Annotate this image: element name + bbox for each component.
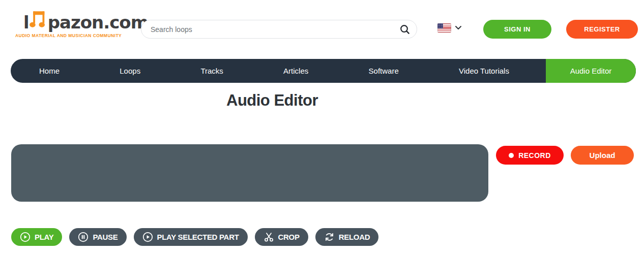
search-icon bbox=[399, 24, 411, 35]
play-selected-part-button[interactable]: PLAY SELECTED PART bbox=[134, 228, 248, 246]
logo-tagline: AUDIO MATERIAL AND MUSICIAN COMMUNITY bbox=[15, 33, 148, 38]
reload-button-label: RELOAD bbox=[339, 233, 370, 241]
play-selected-part-button-label: PLAY SELECTED PART bbox=[157, 233, 239, 241]
reload-button[interactable]: RELOAD bbox=[315, 228, 379, 246]
crop-button-label: CROP bbox=[278, 233, 300, 241]
record-dot-icon bbox=[509, 153, 514, 158]
play-circle-icon bbox=[20, 232, 31, 242]
logo-text-prefix: l bbox=[23, 14, 29, 31]
pause-button[interactable]: PAUSE bbox=[69, 228, 126, 246]
play-circle-icon bbox=[142, 232, 153, 242]
nav-item-software[interactable]: Software bbox=[369, 67, 399, 75]
waveform-area[interactable] bbox=[11, 144, 488, 202]
language-selector[interactable] bbox=[437, 23, 461, 33]
main-nav: Home Loops Tracks Articles Software Vide… bbox=[11, 59, 636, 83]
nav-links: Home Loops Tracks Articles Software Vide… bbox=[11, 59, 546, 83]
logo-text-suffix: pazon.com bbox=[48, 14, 149, 31]
nav-item-home[interactable]: Home bbox=[39, 67, 60, 75]
crop-button[interactable]: CROP bbox=[255, 228, 308, 246]
editor-controls: PLAY PAUSE PLAY SELECTED PART bbox=[11, 228, 378, 246]
scissors-icon bbox=[264, 232, 274, 242]
search-bar bbox=[141, 20, 417, 39]
play-button[interactable]: PLAY bbox=[11, 228, 62, 246]
us-flag-icon bbox=[437, 23, 451, 33]
nav-item-tracks[interactable]: Tracks bbox=[200, 67, 223, 75]
nav-item-audio-editor-active[interactable]: Audio Editor bbox=[546, 59, 636, 83]
reload-icon bbox=[324, 232, 335, 242]
music-notes-icon bbox=[30, 11, 47, 28]
pause-circle-icon bbox=[78, 232, 89, 242]
sign-in-button[interactable]: SIGN IN bbox=[483, 20, 551, 39]
nav-item-articles[interactable]: Articles bbox=[283, 67, 308, 75]
page-title: Audio Editor bbox=[11, 91, 533, 110]
logo-wordmark: l pazon.com bbox=[23, 11, 148, 31]
nav-item-loops[interactable]: Loops bbox=[120, 67, 140, 75]
record-button[interactable]: RECORD bbox=[496, 146, 564, 165]
pause-button-label: PAUSE bbox=[93, 233, 118, 241]
nav-item-video-tutorials[interactable]: Video Tutorials bbox=[459, 67, 509, 75]
play-button-label: PLAY bbox=[35, 233, 53, 241]
record-button-label: RECORD bbox=[518, 151, 551, 160]
search-submit-button[interactable] bbox=[399, 24, 411, 35]
chevron-down-icon bbox=[455, 26, 461, 30]
search-input[interactable] bbox=[151, 25, 399, 34]
site-logo[interactable]: l pazon.com AUDIO MATERIAL AND MUSICIAN … bbox=[15, 11, 148, 38]
upload-button[interactable]: Upload bbox=[571, 146, 634, 165]
register-button[interactable]: REGISTER bbox=[566, 20, 638, 39]
